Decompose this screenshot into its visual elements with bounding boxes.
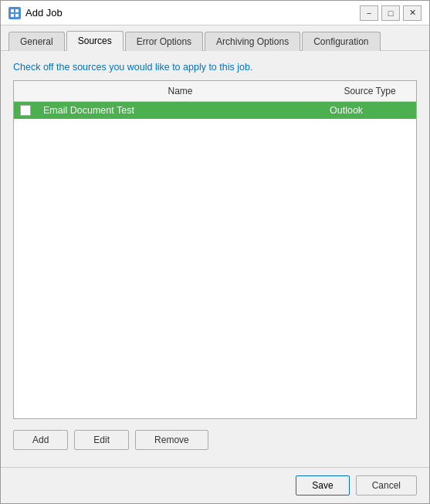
svg-rect-3 <box>15 14 19 17</box>
table-header: Name Source Type <box>14 81 416 102</box>
minimize-button[interactable]: − <box>360 5 378 21</box>
row-checkbox[interactable] <box>20 105 31 116</box>
footer: Save Cancel <box>1 467 429 503</box>
svg-rect-1 <box>15 9 19 12</box>
save-button[interactable]: Save <box>296 475 349 496</box>
window-controls: − □ ✕ <box>360 5 422 21</box>
window-title: Add Job <box>25 7 360 19</box>
tab-error-options[interactable]: Error Options <box>125 32 203 51</box>
svg-rect-0 <box>11 9 14 12</box>
cancel-button[interactable]: Cancel <box>356 475 417 496</box>
main-window: Add Job − □ ✕ General Sources Error Opti… <box>0 0 430 504</box>
window-icon <box>8 7 21 19</box>
tab-general[interactable]: General <box>8 32 65 51</box>
tab-configuration[interactable]: Configuration <box>302 32 380 51</box>
main-content: Check off the sources you would like to … <box>1 51 429 467</box>
table-body: Email Document Test Outlook <box>14 102 416 418</box>
table-row[interactable]: Email Document Test Outlook <box>14 102 416 119</box>
close-button[interactable]: ✕ <box>403 5 422 21</box>
header-checkbox <box>14 84 37 98</box>
sources-table: Name Source Type Email Document Test Out… <box>13 80 417 419</box>
edit-button[interactable]: Edit <box>74 430 129 450</box>
tab-bar: General Sources Error Options Archiving … <box>1 25 429 51</box>
action-buttons: Add Edit Remove <box>13 427 417 456</box>
title-bar: Add Job − □ ✕ <box>1 1 429 25</box>
row-name: Email Document Test <box>37 105 323 116</box>
maximize-button[interactable]: □ <box>381 5 400 21</box>
row-checkbox-cell <box>14 105 37 116</box>
header-type: Source Type <box>323 84 416 98</box>
svg-rect-2 <box>11 14 14 17</box>
header-name: Name <box>37 84 323 98</box>
instruction-text: Check off the sources you would like to … <box>13 62 417 73</box>
row-source-type: Outlook <box>323 105 416 116</box>
tab-archiving-options[interactable]: Archiving Options <box>205 32 300 51</box>
remove-button[interactable]: Remove <box>135 430 208 450</box>
tab-sources[interactable]: Sources <box>66 31 124 51</box>
add-button[interactable]: Add <box>13 430 68 450</box>
